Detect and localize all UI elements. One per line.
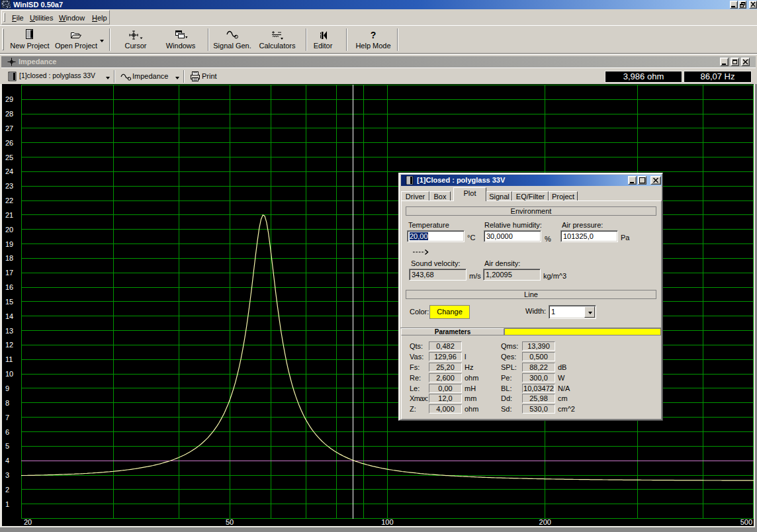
svg-text:24: 24 — [5, 167, 13, 175]
svg-text:200: 200 — [539, 518, 551, 526]
svg-text:14: 14 — [5, 312, 13, 320]
svg-text:29: 29 — [5, 95, 13, 103]
svg-text:500: 500 — [740, 518, 752, 526]
svg-text:21: 21 — [5, 211, 13, 219]
svg-text:27: 27 — [5, 124, 13, 132]
svg-text:7: 7 — [5, 414, 9, 421]
svg-text:26: 26 — [5, 139, 13, 147]
svg-text:22: 22 — [5, 197, 13, 204]
svg-text:1: 1 — [5, 500, 9, 508]
svg-text:4: 4 — [5, 457, 9, 465]
svg-text:17: 17 — [5, 269, 13, 277]
svg-text:12: 12 — [5, 341, 13, 349]
svg-text:20: 20 — [5, 226, 13, 234]
svg-text:9: 9 — [5, 384, 9, 392]
svg-text:23: 23 — [5, 182, 13, 190]
svg-text:3: 3 — [5, 471, 9, 479]
svg-text:18: 18 — [5, 254, 13, 262]
svg-text:50: 50 — [226, 518, 234, 526]
svg-text:6: 6 — [5, 428, 9, 436]
svg-text:16: 16 — [5, 283, 13, 291]
svg-text:19: 19 — [5, 240, 13, 248]
svg-text:28: 28 — [5, 110, 13, 118]
svg-text:100: 100 — [381, 518, 393, 526]
svg-text:8: 8 — [5, 399, 9, 407]
svg-text:11: 11 — [5, 355, 13, 363]
svg-text:10: 10 — [5, 370, 13, 378]
svg-text:13: 13 — [5, 327, 13, 335]
svg-text:25: 25 — [5, 154, 13, 161]
svg-text:2: 2 — [5, 486, 9, 494]
svg-text:20: 20 — [24, 518, 32, 526]
svg-text:5: 5 — [5, 442, 9, 450]
svg-text:?: ? — [371, 30, 377, 40]
svg-text:15: 15 — [5, 298, 13, 306]
